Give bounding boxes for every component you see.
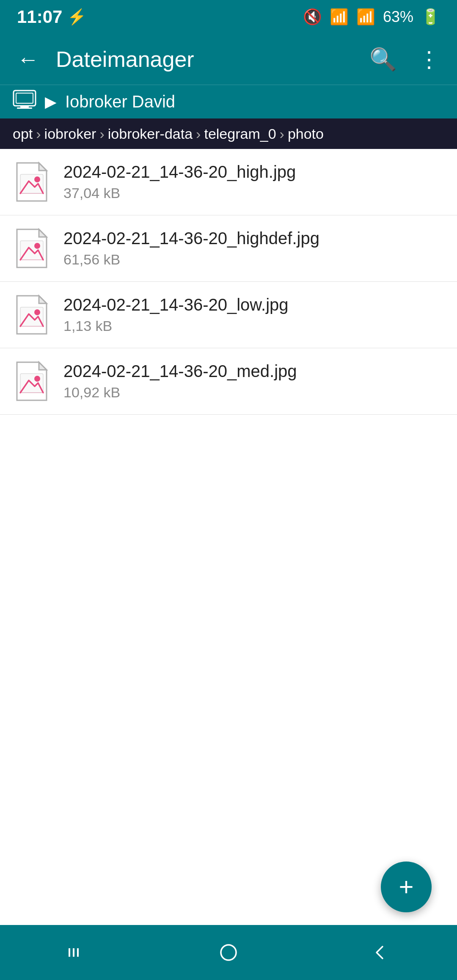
- recent-apps-button[interactable]: [55, 936, 97, 969]
- home-button[interactable]: [207, 936, 250, 969]
- breadcrumb-photo[interactable]: photo: [288, 126, 324, 142]
- device-icon: [13, 90, 36, 114]
- breadcrumb-opt[interactable]: opt: [13, 126, 33, 142]
- file-icon: [13, 294, 51, 336]
- file-size: 61,56 kB: [63, 251, 444, 268]
- file-info: 2024-02-21_14-36-20_low.jpg 1,13 kB: [63, 295, 444, 334]
- svg-rect-3: [17, 107, 32, 109]
- status-bar: 11:07 ⚡ 🔇 📶 📶 63% 🔋: [0, 0, 457, 34]
- battery-level: 63%: [383, 8, 413, 26]
- file-size: 1,13 kB: [63, 318, 444, 334]
- device-name: Iobroker David: [65, 92, 175, 111]
- svg-point-11: [34, 309, 40, 315]
- file-info: 2024-02-21_14-36-20_highdef.jpg 61,56 kB: [63, 229, 444, 268]
- status-time: 11:07 ⚡: [17, 7, 86, 27]
- svg-point-8: [34, 243, 40, 249]
- svg-point-14: [34, 376, 40, 382]
- add-button[interactable]: +: [381, 862, 432, 912]
- signal-icon: 📶: [356, 8, 375, 26]
- list-item[interactable]: 2024-02-21_14-36-20_highdef.jpg 61,56 kB: [0, 215, 457, 282]
- breadcrumb-bar: opt › iobroker › iobroker-data › telegra…: [0, 118, 457, 149]
- back-nav-button[interactable]: [360, 936, 402, 969]
- app-title: Dateimanager: [56, 47, 352, 72]
- list-item[interactable]: 2024-02-21_14-36-20_high.jpg 37,04 kB: [0, 149, 457, 215]
- svg-rect-17: [73, 948, 74, 957]
- nav-bar: [0, 925, 457, 980]
- time-display: 11:07: [17, 7, 62, 27]
- search-button[interactable]: 🔍: [365, 42, 401, 77]
- svg-point-5: [34, 176, 40, 182]
- file-name: 2024-02-21_14-36-20_low.jpg: [63, 295, 444, 314]
- svg-rect-1: [16, 93, 33, 103]
- add-icon: +: [399, 874, 413, 900]
- file-name: 2024-02-21_14-36-20_highdef.jpg: [63, 229, 444, 248]
- file-icon: [13, 227, 51, 270]
- sep1: ›: [36, 126, 41, 142]
- app-bar: ← Dateimanager 🔍 ⋮: [0, 34, 457, 85]
- mute-icon: 🔇: [303, 8, 322, 26]
- file-info: 2024-02-21_14-36-20_med.jpg 10,92 kB: [63, 362, 444, 401]
- breadcrumb-telegram[interactable]: telegram_0: [204, 126, 276, 142]
- wifi-icon: 📶: [330, 8, 349, 26]
- svg-rect-16: [69, 948, 70, 957]
- list-item[interactable]: 2024-02-21_14-36-20_med.jpg 10,92 kB: [0, 348, 457, 415]
- battery-icon: 🔋: [421, 8, 440, 26]
- file-name: 2024-02-21_14-36-20_med.jpg: [63, 362, 444, 381]
- bolt-icon: ⚡: [67, 8, 86, 26]
- file-icon: [13, 161, 51, 203]
- status-right: 🔇 📶 📶 63% 🔋: [303, 8, 440, 26]
- sep4: ›: [280, 126, 284, 142]
- file-list: 2024-02-21_14-36-20_high.jpg 37,04 kB: [0, 149, 457, 415]
- device-bar: ▶ Iobroker David: [0, 85, 457, 118]
- file-size: 10,92 kB: [63, 384, 444, 401]
- breadcrumb-iobroker-data[interactable]: iobroker-data: [108, 126, 193, 142]
- list-item[interactable]: 2024-02-21_14-36-20_low.jpg 1,13 kB: [0, 282, 457, 348]
- breadcrumb-iobroker[interactable]: iobroker: [44, 126, 96, 142]
- more-options-button[interactable]: ⋮: [414, 42, 444, 76]
- svg-rect-19: [221, 945, 236, 960]
- svg-rect-18: [77, 948, 79, 957]
- file-icon: [13, 360, 51, 402]
- file-info: 2024-02-21_14-36-20_high.jpg 37,04 kB: [63, 162, 444, 201]
- svg-rect-2: [20, 106, 29, 107]
- sep3: ›: [196, 126, 201, 142]
- sep2: ›: [99, 126, 104, 142]
- back-button[interactable]: ←: [13, 42, 43, 76]
- device-path-arrow: ▶: [45, 93, 57, 111]
- file-name: 2024-02-21_14-36-20_high.jpg: [63, 162, 444, 182]
- file-size: 37,04 kB: [63, 185, 444, 201]
